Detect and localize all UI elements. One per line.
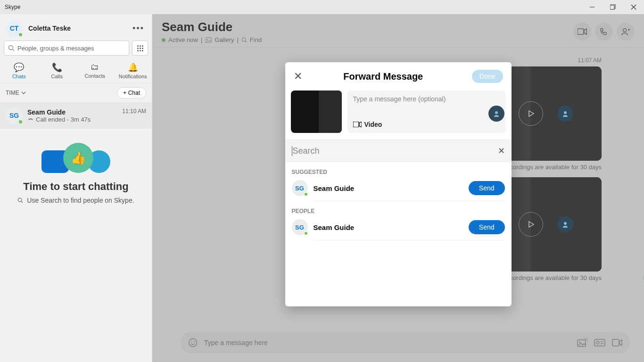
modal-search-input[interactable]: Search ✕ xyxy=(285,140,512,162)
send-button[interactable]: Send xyxy=(469,220,505,234)
tab-contacts[interactable]: 🗂Contacts xyxy=(76,59,114,83)
tab-notifications[interactable]: 🔔Notifications xyxy=(114,59,152,83)
promo-title: Time to start chatting xyxy=(14,181,138,193)
window-titlebar: Skype xyxy=(0,0,644,14)
play-icon[interactable] xyxy=(519,212,543,237)
peer-avatar xyxy=(488,106,504,122)
peer-avatar xyxy=(557,216,573,232)
conversation-time: 11:10 AM xyxy=(122,108,146,115)
video-icon xyxy=(353,122,362,127)
peer-avatar xyxy=(557,106,573,122)
svg-point-18 xyxy=(564,111,567,114)
presence-dot xyxy=(18,119,23,124)
clear-search-icon[interactable]: ✕ xyxy=(498,146,505,156)
conversation-item[interactable]: SG Seam Guide Call ended - 3m 47s 11:10 … xyxy=(0,102,152,129)
search-placeholder: People, groups & messages xyxy=(17,45,94,52)
svg-rect-30 xyxy=(353,122,359,127)
self-initials: CT xyxy=(10,25,19,32)
contact-row[interactable]: SG Seam Guide Send xyxy=(285,214,512,240)
contact-row[interactable]: SG Seam Guide Send xyxy=(285,175,512,201)
minimize-button[interactable] xyxy=(582,0,603,14)
maximize-button[interactable] xyxy=(603,0,623,14)
video-thumbnail xyxy=(291,90,342,133)
modal-title: Forward Message xyxy=(295,71,472,82)
contact-avatar: SG xyxy=(292,180,308,196)
contact-avatar: SG xyxy=(292,219,308,235)
send-button[interactable]: Send xyxy=(469,181,505,195)
tab-calls[interactable]: 📞Calls xyxy=(38,59,76,83)
forward-placeholder: Type a message here (optional) xyxy=(353,95,500,121)
app-title: Skype xyxy=(5,4,20,10)
sidebar: CT Coletta Teske ••• People, groups & me… xyxy=(0,14,152,362)
promo: Time to start chatting Use Search to fin… xyxy=(0,129,152,218)
svg-line-8 xyxy=(21,201,23,203)
svg-rect-2 xyxy=(610,5,614,9)
play-icon[interactable] xyxy=(519,101,543,126)
contact-name: Seam Guide xyxy=(314,184,355,192)
done-button[interactable]: Done xyxy=(472,70,503,83)
video-tag: Video xyxy=(353,121,500,128)
svg-line-6 xyxy=(13,49,15,51)
suggested-label: SUGGESTED xyxy=(285,162,512,175)
svg-point-17 xyxy=(495,111,498,114)
close-button[interactable] xyxy=(623,0,644,14)
svg-point-19 xyxy=(564,222,567,225)
self-name: Coletta Teske xyxy=(28,25,71,32)
presence-dot xyxy=(18,32,23,37)
self-avatar[interactable]: CT xyxy=(6,20,23,37)
sort-label[interactable]: TIME xyxy=(6,90,19,96)
call-ended-icon xyxy=(27,116,34,123)
main-panel: Seam Guide Active now| Gallery| Find 11:… xyxy=(152,14,644,362)
dialpad-button[interactable] xyxy=(132,41,148,56)
people-label: PEOPLE xyxy=(285,201,512,214)
conversation-name: Seam Guide xyxy=(27,108,122,116)
promo-art xyxy=(14,143,138,173)
forward-text-input[interactable]: Type a message here (optional) Video xyxy=(347,90,506,133)
search-input[interactable]: People, groups & messages xyxy=(4,41,129,56)
promo-sub: Use Search to find people on Skype. xyxy=(14,197,138,204)
conversation-sub: Call ended - 3m 47s xyxy=(27,116,122,123)
forward-message-modal: ✕ Forward Message Done Type a message he… xyxy=(285,62,512,306)
svg-point-5 xyxy=(9,46,13,50)
svg-point-7 xyxy=(18,198,22,202)
more-menu[interactable]: ••• xyxy=(132,24,146,33)
new-chat-button[interactable]: + Chat xyxy=(117,87,146,99)
contact-name: Seam Guide xyxy=(314,223,355,231)
search-icon xyxy=(17,197,23,203)
tab-chats[interactable]: 💬Chats xyxy=(0,59,38,83)
